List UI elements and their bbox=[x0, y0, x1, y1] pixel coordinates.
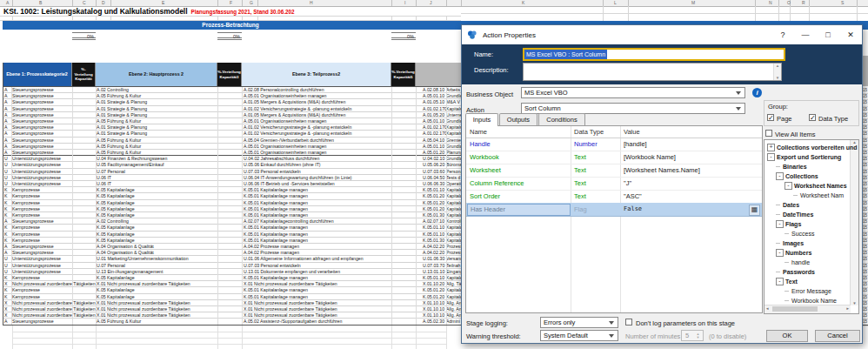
sheet-cell[interactable]: A.04.02 Prozesse managen bbox=[244, 250, 299, 255]
dialog-titlebar[interactable]: Action Properties ? — □ ✕ bbox=[462, 25, 862, 44]
column-letter-S[interactable]: S bbox=[841, 0, 844, 6]
tree-item-export-und-sortierung[interactable]: -Export und Sortierung bbox=[767, 152, 841, 162]
sheet-cell[interactable]: K.05.01 Kapitalanlage managen bbox=[244, 225, 308, 230]
description-textarea[interactable]: ▲▼ bbox=[523, 63, 782, 81]
tree-item-numbers[interactable]: -Numbers bbox=[776, 248, 811, 258]
sheet-cell[interactable]: Steuerungsprozesse bbox=[12, 138, 54, 143]
header-verteilung3[interactable]: %-Verteilung Kapazität5 bbox=[391, 63, 416, 86]
sheet-cell[interactable]: K.05 Kapitalanlage bbox=[97, 294, 135, 299]
sheet-cell[interactable]: Eingang bbox=[446, 269, 461, 274]
expression-edit-button[interactable]: ▦ bbox=[749, 205, 760, 216]
sheet-cell[interactable]: U bbox=[4, 263, 8, 268]
sheet-cell[interactable]: K.05.01.10 bbox=[423, 187, 444, 192]
tree-horizontal-scrollbar[interactable]: ◄ ► bbox=[765, 305, 851, 313]
sheet-cell[interactable]: A.04 Organisation & Qualität bbox=[97, 250, 154, 255]
sheet-cell[interactable]: A.01.02 Versicherungsstrategie & -planun… bbox=[244, 124, 351, 130]
sheet-cell[interactable]: X.01.10.10 bbox=[423, 300, 444, 305]
scroll-right-icon[interactable]: ► bbox=[846, 306, 850, 311]
tree-item-passwords[interactable]: Passwords bbox=[776, 267, 815, 277]
sheet-cell[interactable]: Admini bbox=[446, 319, 461, 324]
sheet-cell[interactable]: U bbox=[4, 162, 8, 167]
sheet-cell[interactable]: A.05.01 Organisationseinheiten managen bbox=[244, 118, 326, 124]
param-value[interactable]: [Worksheet Names.Name] bbox=[624, 164, 700, 177]
sheet-cell[interactable]: Kapitala bbox=[446, 294, 461, 299]
tree-item-success[interactable]: Success bbox=[785, 229, 814, 238]
maximize-icon[interactable]: □ bbox=[817, 25, 839, 44]
sheet-cell[interactable]: Steuerungsprozesse bbox=[12, 250, 54, 255]
sheet-cell[interactable]: Steuerungsprozesse bbox=[12, 244, 54, 249]
sheet-cell[interactable]: U.04.02 Jahresabschluss durchführen bbox=[244, 156, 319, 161]
sheet-cell[interactable]: A.01.02 Versicherungsstrategie & -planun… bbox=[244, 106, 351, 111]
sheet-cell[interactable]: X.01 Nicht prozessual zuordenbare Tätigk… bbox=[97, 306, 190, 312]
sheet-cell[interactable]: A bbox=[4, 144, 7, 149]
sheet-cell[interactable]: A bbox=[4, 99, 7, 104]
scroll-left-icon[interactable]: ◄ bbox=[765, 306, 769, 311]
sheet-cell[interactable]: K bbox=[4, 294, 7, 299]
sheet-cell[interactable]: X.01.10.10 bbox=[423, 312, 444, 318]
name-input[interactable]: MS Excel VBO : Sort Column bbox=[523, 48, 785, 61]
column-letter-K[interactable]: K bbox=[522, 0, 524, 6]
sheet-cell[interactable]: Kernprozesse bbox=[12, 275, 40, 280]
sheet-cell[interactable]: Kapitala bbox=[446, 238, 461, 243]
sheet-cell[interactable]: Unterstützungsprozesse bbox=[12, 269, 61, 274]
sheet-cell[interactable]: K bbox=[4, 238, 7, 243]
sheet-cell[interactable]: U.01 Marketing/Unternehmenskommunikation bbox=[97, 256, 189, 261]
sheet-cell[interactable]: X.01.10.20 bbox=[423, 281, 444, 286]
sheet-cell[interactable]: K.05.01.20 bbox=[423, 287, 444, 292]
sheet-cell[interactable]: U bbox=[4, 181, 8, 186]
sheet-cell[interactable]: Steuerungsprozesse bbox=[12, 319, 54, 324]
column-letter-C[interactable]: C bbox=[83, 0, 86, 6]
sheet-cell[interactable]: Steuerungsprozesse bbox=[12, 118, 54, 124]
sheet-cell[interactable]: Grundla bbox=[446, 118, 461, 124]
sheet-cell[interactable]: A.05 Führung & Kultur bbox=[97, 138, 141, 143]
sheet-cell[interactable]: A bbox=[4, 319, 7, 324]
sheet-cell[interactable]: Unterne bbox=[446, 112, 461, 117]
sheet-cell[interactable]: Kontroll bbox=[446, 218, 461, 224]
sheet-cell[interactable]: A.01.05 Mergers & Acquisitions (M&A) dur… bbox=[244, 99, 345, 104]
sheet-cell[interactable]: Kapitala bbox=[446, 206, 461, 211]
sheet-cell[interactable]: Nicht prozessual zuordenbare Tätigkeiten bbox=[12, 312, 96, 318]
sheet-cell[interactable]: A.01 Strategie & Planung bbox=[97, 99, 147, 104]
sheet-cell[interactable]: Unterstützungsprozesse bbox=[12, 175, 61, 180]
sheet-cell[interactable]: K.05.01 Kapitalanlage managen bbox=[244, 287, 308, 292]
sheet-cell[interactable]: K.05 Kapitalanlage bbox=[97, 212, 135, 218]
sheet-cell[interactable]: U.06 IT bbox=[97, 181, 111, 186]
sheet-cell[interactable]: Prozess bbox=[446, 250, 461, 255]
sheet-cell[interactable]: A.01 Strategie & Planung bbox=[97, 131, 147, 136]
sheet-cell[interactable]: K bbox=[4, 206, 7, 211]
sheet-cell[interactable]: A.05.02 Assistenz-/Supportaufgaben durch… bbox=[244, 319, 342, 324]
sheet-cell[interactable]: A.02.08.10 bbox=[423, 87, 444, 92]
sheet-cell[interactable]: A bbox=[4, 112, 7, 117]
sheet-cell[interactable]: Nicht prozessual zuordenbare Tätigkeiten bbox=[12, 281, 96, 286]
sheet-cell[interactable]: U.01.06 Allgemeine Informationen abfrage… bbox=[244, 256, 364, 261]
sheet-cell[interactable]: K.05.01.10 bbox=[423, 232, 444, 237]
sheet-cell[interactable]: Kernprozesse bbox=[12, 200, 40, 205]
sheet-cell[interactable]: K.05.01.10 bbox=[423, 225, 444, 230]
sheet-cell[interactable]: K.05.01 Kapitalanlage managen bbox=[244, 206, 308, 211]
sheet-cell[interactable]: K bbox=[4, 187, 7, 192]
tree-item-dates[interactable]: Dates bbox=[776, 200, 799, 210]
sheet-cell[interactable]: Allg. Tä bbox=[446, 281, 461, 286]
sheet-cell[interactable]: Kapitala bbox=[446, 212, 461, 218]
percent-cell[interactable]: 0% bbox=[72, 32, 96, 40]
sheet-cell[interactable]: Nicht prozessual zuordenbare Tätigkeiten bbox=[12, 300, 96, 305]
sheet-cell[interactable]: A.05.01.10 bbox=[423, 144, 444, 149]
tree-item-text[interactable]: -Text bbox=[776, 277, 798, 286]
sheet-cell[interactable]: Kapitala bbox=[446, 200, 461, 205]
scroll-up-icon[interactable]: ▲ bbox=[776, 64, 779, 68]
param-value[interactable]: [handle] bbox=[624, 138, 647, 151]
sheet-cell[interactable]: U.07 Personal bbox=[97, 169, 125, 174]
sheet-cell[interactable]: U.07.03.70 bbox=[423, 263, 444, 268]
column-letter-N[interactable]: N bbox=[769, 0, 772, 6]
sheet-cell[interactable]: A.05 Führung & Kultur bbox=[97, 93, 141, 98]
sheet-cell[interactable]: K.05.01 Kapitalanlage managen bbox=[244, 187, 308, 192]
sheet-cell[interactable]: U bbox=[4, 256, 8, 261]
sheet-cell[interactable]: M&A V bbox=[446, 99, 461, 104]
sheet-cell[interactable]: K.05.01 Kapitalanlage managen bbox=[244, 275, 308, 280]
sheet-cell[interactable]: A bbox=[4, 87, 7, 92]
sheet-cell[interactable]: U.07.03 Personal entwickeln bbox=[244, 263, 301, 268]
sheet-cell[interactable]: A bbox=[4, 244, 7, 249]
sheet-cell[interactable]: Versand bbox=[446, 256, 461, 261]
sheet-cell[interactable]: X bbox=[4, 281, 7, 286]
sheet-cell[interactable]: Persona bbox=[446, 169, 461, 174]
